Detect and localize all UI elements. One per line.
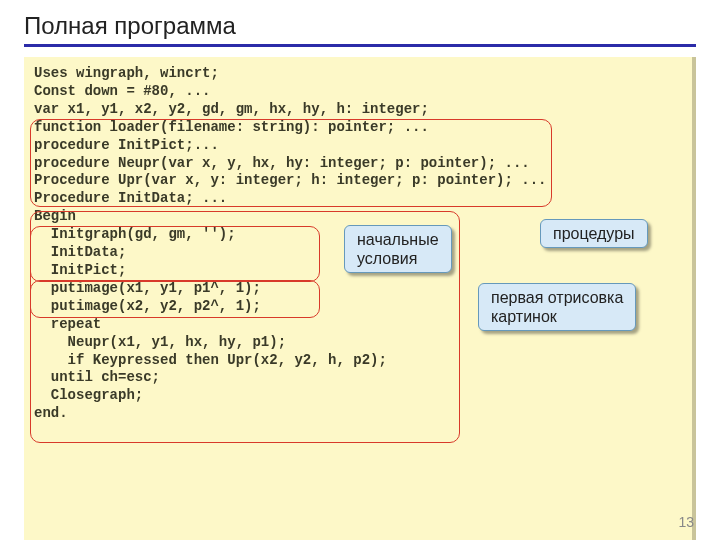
callout-procedures: процедуры: [540, 219, 648, 248]
title-rule: [24, 44, 696, 47]
callout-initial-conditions: начальные условия: [344, 225, 452, 273]
code-block: Uses wingraph, wincrt; Const down = #80,…: [24, 57, 696, 540]
callout-first-draw: первая отрисовка картинок: [478, 283, 636, 331]
page-number: 13: [678, 514, 694, 530]
code-text: Uses wingraph, wincrt; Const down = #80,…: [34, 65, 546, 421]
page-title: Полная программа: [24, 12, 696, 40]
